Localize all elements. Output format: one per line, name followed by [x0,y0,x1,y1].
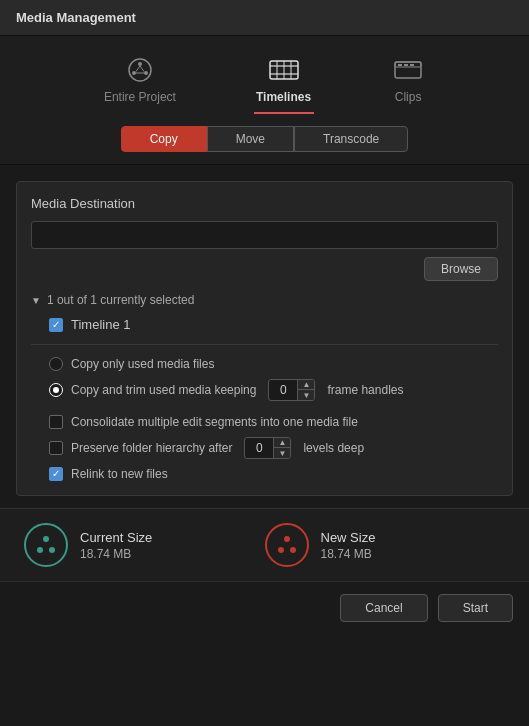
current-size-value: 18.74 MB [80,547,152,561]
op-tab-copy[interactable]: Copy [121,126,207,152]
tab-timelines-label: Timelines [256,90,311,104]
tab-clips[interactable]: Clips [351,50,465,114]
timeline-1-label: Timeline 1 [71,317,130,332]
size-bar: Current Size 18.74 MB New Size 18.74 MB [0,508,529,581]
svg-rect-17 [410,64,414,66]
settings-panel: Media Destination Browse ▼ 1 out of 1 cu… [16,181,513,496]
current-size-label: Current Size [80,530,152,545]
levels-deep-suffix: levels deep [303,441,364,455]
footer: Cancel Start [0,581,529,634]
op-tab-move[interactable]: Move [207,126,294,152]
svg-point-20 [49,547,55,553]
levels-deep-input[interactable] [245,441,273,455]
consolidate-checkbox[interactable] [49,415,63,429]
svg-line-4 [136,66,140,72]
new-size-value: 18.74 MB [321,547,376,561]
tab-entire-project-label: Entire Project [104,90,176,104]
spinner-up-arrow[interactable]: ▲ [298,379,314,390]
chevron-down-icon: ▼ [31,295,41,306]
copy-only-label: Copy only used media files [71,357,214,371]
consolidate-row: Consolidate multiple edit segments into … [49,415,498,429]
destination-input[interactable] [31,221,498,249]
relink-row: Relink to new files [49,467,498,481]
new-size-item: New Size 18.74 MB [265,523,506,567]
current-size-icon [24,523,68,567]
svg-point-2 [132,71,136,75]
consolidate-label: Consolidate multiple edit segments into … [71,415,358,429]
current-size-text: Current Size 18.74 MB [80,530,152,561]
media-destination-title: Media Destination [31,196,498,211]
levels-spinner-arrows: ▲ ▼ [273,437,290,459]
spinner-arrows: ▲ ▼ [297,379,314,401]
svg-point-3 [144,71,148,75]
svg-point-19 [37,547,43,553]
timeline-item: Timeline 1 [31,317,498,332]
svg-point-23 [290,547,296,553]
frame-handles-suffix: frame handles [327,383,403,397]
tab-clips-label: Clips [395,90,422,104]
selection-header[interactable]: ▼ 1 out of 1 currently selected [31,293,498,307]
new-size-text: New Size 18.74 MB [321,530,376,561]
icon-tabs: Entire Project Timelines Clips [0,36,529,114]
clips-icon [391,56,425,84]
selection-count-text: 1 out of 1 currently selected [47,293,194,307]
tab-timelines[interactable]: Timelines [216,50,351,114]
op-tabs: Copy Move Transcode [0,114,529,165]
browse-row: Browse [31,257,498,281]
svg-line-5 [140,66,144,72]
relink-checkbox[interactable] [49,467,63,481]
timelines-icon [267,56,301,84]
svg-rect-16 [404,64,408,66]
divider [31,344,498,345]
spinner-down-arrow[interactable]: ▼ [298,390,314,401]
copy-trim-radio[interactable] [49,383,63,397]
start-button[interactable]: Start [438,594,513,622]
checkbox-group: Consolidate multiple edit segments into … [31,415,498,481]
new-size-label: New Size [321,530,376,545]
timeline-1-checkbox[interactable] [49,318,63,332]
copy-trim-row: Copy and trim used media keeping ▲ ▼ fra… [49,379,498,401]
levels-deep-spinner[interactable]: ▲ ▼ [244,437,291,459]
current-size-item: Current Size 18.74 MB [24,523,265,567]
copy-only-radio[interactable] [49,357,63,371]
levels-down-arrow[interactable]: ▼ [274,448,290,459]
tab-entire-project[interactable]: Entire Project [64,50,216,114]
svg-point-18 [43,536,49,542]
new-size-logo [274,532,300,558]
current-size-logo [33,532,59,558]
title-bar: Media Management [0,0,529,36]
new-size-icon [265,523,309,567]
preserve-folder-row: Preserve folder hierarchy after ▲ ▼ leve… [49,437,498,459]
svg-rect-15 [398,64,402,66]
op-tab-transcode[interactable]: Transcode [294,126,408,152]
cancel-button[interactable]: Cancel [340,594,427,622]
browse-button[interactable]: Browse [424,257,498,281]
preserve-folder-label: Preserve folder hierarchy after [71,441,232,455]
frame-handles-spinner[interactable]: ▲ ▼ [268,379,315,401]
copy-trim-label: Copy and trim used media keeping [71,383,256,397]
svg-point-1 [138,62,142,66]
copy-only-row: Copy only used media files [49,357,498,371]
main-content: Media Destination Browse ▼ 1 out of 1 cu… [0,165,529,496]
radio-group: Copy only used media files Copy and trim… [31,357,498,401]
levels-up-arrow[interactable]: ▲ [274,437,290,448]
app-title: Media Management [16,10,136,25]
preserve-folder-checkbox[interactable] [49,441,63,455]
relink-label: Relink to new files [71,467,168,481]
svg-point-21 [284,536,290,542]
frame-handles-input[interactable] [269,383,297,397]
svg-point-22 [278,547,284,553]
entire-project-icon [123,56,157,84]
